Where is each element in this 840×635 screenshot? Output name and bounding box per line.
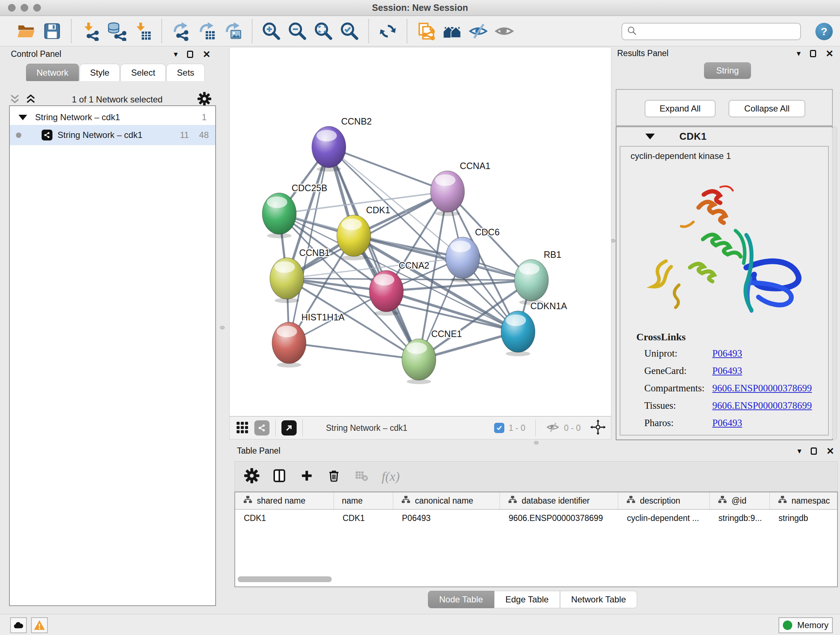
gene-header[interactable]: CDK1 [616,127,832,146]
table-float-icon[interactable] [811,448,817,455]
network-node-rb1[interactable] [515,260,548,305]
tab-network-table[interactable]: Network Table [560,591,638,608]
memory-button[interactable]: Memory [778,617,833,633]
column-header-namespac[interactable]: namespac [770,492,838,509]
network-current-dot-icon [16,133,21,138]
cloud-button[interactable] [10,617,27,633]
column-header-shared-name[interactable]: shared name [235,492,334,509]
network-options-gear-icon[interactable] [197,92,211,107]
tab-node-table[interactable]: Node Table [428,591,494,608]
show-columns-icon[interactable] [272,469,287,485]
show-preview-icon[interactable] [494,21,515,42]
collapse-all-button[interactable]: Collapse All [729,100,805,117]
window-controls[interactable] [8,4,41,11]
maximize-window-icon[interactable] [33,4,41,11]
table-close-icon[interactable]: ✕ [826,447,834,456]
clone-network-icon[interactable] [416,21,437,42]
collection-expand-icon[interactable] [19,115,27,120]
warning-button[interactable] [31,617,48,633]
zoom-out-icon[interactable] [287,21,308,42]
table-row[interactable]: CDK1CDK1P064939606.ENSP00000378699cyclin… [235,510,837,526]
network-node-cdc25b[interactable] [262,193,296,238]
import-network-icon[interactable] [80,21,101,42]
results-menu-icon[interactable]: ▾ [797,50,801,57]
delete-column-trash-icon[interactable] [327,469,341,485]
column-header-canonical-name[interactable]: canonical name [393,492,500,509]
network-node-hist1h1a[interactable] [272,322,306,367]
tab-select[interactable]: Select [120,64,166,81]
selected-checkbox-icon[interactable] [494,423,504,433]
expand-all-button[interactable]: Expand All [645,100,715,117]
results-scrollbar[interactable] [832,126,837,440]
panel-menu-icon[interactable]: ▾ [174,50,178,58]
table-cell: stringdb:9... [710,510,770,526]
expand-all-chevron-icon[interactable] [25,93,37,106]
network-view-share-icon[interactable] [254,420,270,435]
search-box[interactable] [622,23,801,40]
open-session-icon[interactable] [16,21,36,42]
left-splitter-handle[interactable] [220,326,225,329]
crosslink-label: Uniprot: [636,348,712,359]
network-node-ccne1[interactable] [402,339,436,384]
crosslink-link[interactable]: P06493 [712,365,742,377]
crosslink-link[interactable]: P06493 [712,348,742,359]
table-panel-title: Table Panel [237,446,280,456]
hide-selected-icon[interactable] [468,21,489,42]
fit-move-crosshair-icon[interactable] [590,419,606,437]
protein-structure-image [638,180,812,326]
collapse-all-chevron-icon[interactable] [9,93,21,106]
table-hscrollbar[interactable] [238,576,332,582]
grid-view-icon[interactable] [235,420,249,436]
node-label-cdc6: CDC6 [475,227,500,237]
refresh-layout-icon[interactable] [377,21,398,42]
tab-style[interactable]: Style [80,64,120,81]
crosslink-link[interactable]: 9606.ENSP00000378699 [712,383,812,394]
import-network-database-icon[interactable] [106,21,127,42]
help-button[interactable]: ? [815,23,833,40]
crosslink-link[interactable]: 9606.ENSP00000378699 [712,400,812,411]
tab-edge-table[interactable]: Edge Table [494,591,560,608]
gene-description: cyclin-dependent kinase 1 [630,151,731,161]
node-table[interactable]: shared namenamecanonical namedatabase id… [234,492,838,587]
column-header-description[interactable]: description [618,492,710,509]
table-menu-icon[interactable]: ▾ [797,447,801,455]
gene-name: CDK1 [679,131,707,142]
column-header-name[interactable]: name [334,492,393,509]
column-header--id[interactable]: @id [710,492,770,509]
table-settings-gear-icon[interactable] [244,468,259,485]
zoom-in-icon[interactable] [261,21,282,42]
add-column-plus-icon[interactable] [300,469,314,484]
results-float-icon[interactable] [810,50,816,57]
export-image-icon[interactable] [223,21,243,42]
save-session-icon[interactable] [42,21,63,42]
results-close-icon[interactable]: ✕ [826,49,834,58]
column-type-icon [778,495,787,507]
results-panel-header: Results Panel ▾ ✕ [617,49,834,58]
zoom-fit-icon[interactable] [313,21,334,42]
show-all-homes-icon[interactable] [442,21,463,42]
crosslink-link[interactable]: P06493 [712,417,742,429]
open-in-window-icon[interactable] [281,420,297,435]
tab-network[interactable]: Network [26,64,79,81]
tab-sets[interactable]: Sets [166,64,205,81]
import-table-icon[interactable] [132,21,153,42]
network-node-cdc6[interactable] [446,237,480,282]
network-node-ccnb2[interactable] [312,126,346,172]
panel-float-icon[interactable] [187,51,193,58]
network-node-cdkn1a[interactable] [501,311,535,356]
export-table-icon[interactable] [196,21,218,42]
zoom-selected-icon[interactable] [339,21,360,42]
tab-string[interactable]: String [704,62,751,79]
memory-label: Memory [797,620,829,630]
network-row[interactable]: String Network – cdk1 11 48 [10,125,215,145]
gene-collapse-icon[interactable] [645,134,655,139]
network-canvas[interactable]: CCNB2CCNA1CDC25BCDK1CDC6RB1CCNB1CCNA2CDK… [229,47,611,416]
minimize-window-icon[interactable] [21,4,28,11]
search-input[interactable] [641,27,796,36]
close-window-icon[interactable] [8,4,16,11]
table-panel-header: Table Panel ▾ ✕ [237,446,834,456]
panel-close-icon[interactable]: ✕ [202,50,210,59]
export-network-icon[interactable] [171,21,191,42]
network-collection-row[interactable]: String Network – cdk1 1 [10,106,215,125]
column-header-database-identifier[interactable]: database identifier [500,492,618,509]
